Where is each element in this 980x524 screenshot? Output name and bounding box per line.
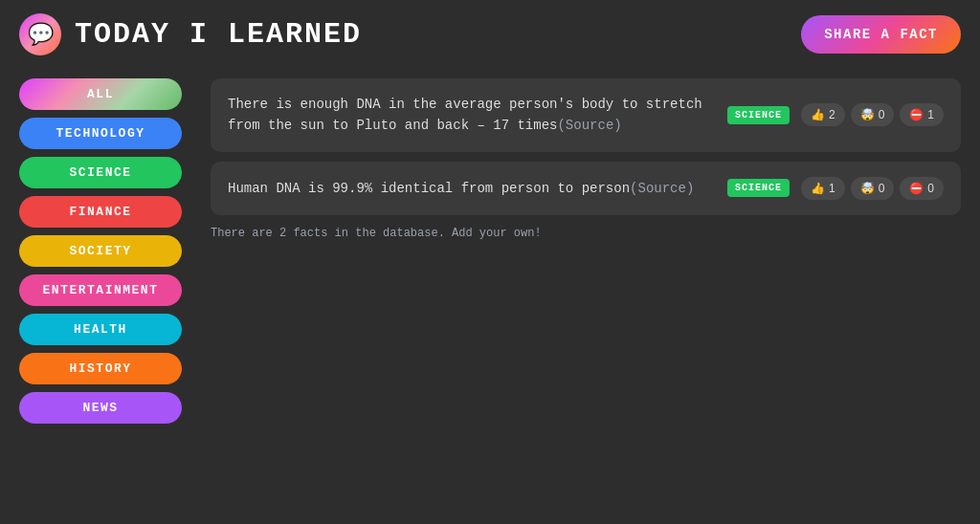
vote-emoji-1-2: ⛔ [909, 182, 924, 195]
vote-count-0-1: 0 [879, 108, 885, 121]
vote-count-0-0: 2 [829, 108, 835, 121]
vote-btn-0-0[interactable]: 👍2 [801, 103, 845, 126]
share-fact-button[interactable]: SHARE A FACT [801, 15, 961, 54]
vote-emoji-0-0: 👍 [811, 108, 825, 121]
fact-source-0[interactable]: (Source) [557, 118, 621, 133]
vote-count-0-2: 1 [927, 108, 934, 121]
category-btn-history[interactable]: HISTORY [19, 353, 182, 384]
fact-text-0: There is enough DNA in the average perso… [228, 94, 716, 137]
vote-emoji-1-1: 🤯 [860, 182, 875, 195]
fact-category-badge-0: SCIENCE [727, 106, 790, 124]
content-area: There is enough DNA in the average perso… [201, 69, 970, 433]
fact-source-1[interactable]: (Source) [630, 181, 694, 196]
vote-buttons-1: 👍1🤯0⛔0 [801, 177, 944, 200]
main-layout: ALLTECHNOLOGYSCIENCEFINANCESOCIETYENTERT… [0, 69, 980, 433]
vote-count-1-2: 0 [927, 182, 934, 195]
fact-card-0: There is enough DNA in the average perso… [211, 78, 961, 152]
category-btn-society[interactable]: SOCIETY [19, 235, 182, 267]
logo-emoji: 💬 [28, 22, 54, 48]
fact-text-1: Human DNA is 99.9% identical from person… [228, 178, 716, 199]
category-btn-all[interactable]: ALL [19, 78, 182, 110]
vote-emoji-0-1: 🤯 [860, 108, 875, 121]
vote-btn-0-1[interactable]: 🤯0 [851, 103, 895, 126]
vote-emoji-0-2: ⛔ [909, 108, 924, 121]
category-btn-entertainment[interactable]: ENTERTAINMENT [19, 274, 182, 306]
vote-btn-0-2[interactable]: ⛔1 [900, 103, 944, 126]
category-btn-science[interactable]: SCIENCE [19, 157, 182, 188]
vote-btn-1-1[interactable]: 🤯0 [851, 177, 895, 200]
category-btn-technology[interactable]: TECHNOLOGY [19, 118, 182, 149]
vote-btn-1-2[interactable]: ⛔0 [900, 177, 944, 200]
sidebar: ALLTECHNOLOGYSCIENCEFINANCESOCIETYENTERT… [10, 69, 191, 433]
vote-emoji-1-0: 👍 [811, 182, 825, 195]
vote-count-1-0: 1 [829, 182, 835, 195]
vote-buttons-0: 👍2🤯0⛔1 [801, 103, 944, 126]
fact-card-1: Human DNA is 99.9% identical from person… [211, 162, 961, 215]
app-title: TODAY I LEARNED [75, 18, 362, 51]
category-btn-finance[interactable]: FINANCE [19, 196, 182, 228]
category-btn-health[interactable]: HEALTH [19, 314, 182, 345]
logo-icon: 💬 [19, 13, 61, 55]
header-left: 💬 TODAY I LEARNED [19, 13, 362, 55]
vote-count-1-1: 0 [879, 182, 885, 195]
fact-category-badge-1: SCIENCE [727, 179, 790, 197]
db-status: There are 2 facts in the database. Add y… [211, 225, 961, 242]
category-btn-news[interactable]: NEWS [19, 392, 182, 424]
header: 💬 TODAY I LEARNED SHARE A FACT [0, 0, 980, 69]
vote-btn-1-0[interactable]: 👍1 [801, 177, 845, 200]
